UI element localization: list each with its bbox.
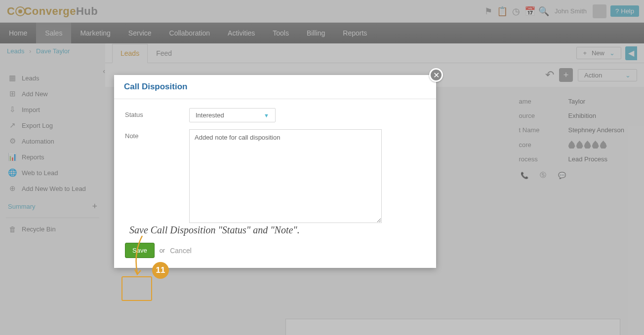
chevron-down-icon: ▼ [264, 112, 269, 118]
modal-body: Status Interested ▼ Note [114, 99, 436, 237]
modal-header: Call Disposition [114, 75, 436, 99]
status-label: Status [125, 108, 189, 122]
close-button[interactable]: ✕ [429, 68, 443, 82]
close-icon: ✕ [433, 71, 440, 80]
call-disposition-modal: ✕ Call Disposition Status Interested ▼ N… [114, 75, 436, 268]
modal-title: Call Disposition [124, 82, 426, 92]
annotation-text: Save Call Disposition "Status" and "Note… [129, 224, 300, 236]
cancel-link[interactable]: Cancel [170, 247, 192, 255]
note-textarea[interactable] [189, 129, 382, 223]
annotation-arrow-icon [128, 233, 153, 277]
or-text: or [160, 247, 165, 254]
step-badge: 11 [152, 262, 169, 279]
note-label: Note [125, 129, 189, 225]
status-select[interactable]: Interested ▼ [189, 108, 276, 122]
